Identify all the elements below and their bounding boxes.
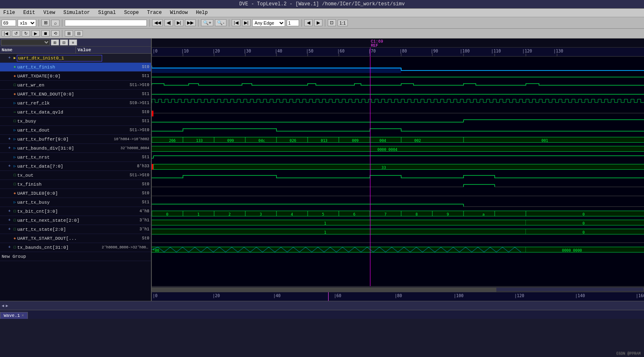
expand-icon[interactable]: +	[7, 218, 12, 223]
signal-list[interactable]: + ▶ uart_dtx_inist0_1 ● uart_tx_finish S…	[0, 54, 151, 301]
zoom-1-btn[interactable]: 1:1	[338, 20, 348, 26]
svg-text:|20: |20	[212, 49, 220, 54]
zoom-in-btn[interactable]: 🔍+	[201, 19, 213, 26]
signal-row-uart-tx-busy[interactable]: ▷ uart_tx_busy St1	[0, 198, 151, 207]
play-rev-btn[interactable]: ◀◀	[152, 19, 163, 26]
menu-trace[interactable]: Trace	[145, 9, 163, 16]
menu-simulator[interactable]: Simulator	[62, 9, 91, 16]
signal-row-idle[interactable]: ◈ UART_IDLE0[0:0] St0	[0, 189, 151, 198]
expand-icon[interactable]: +	[7, 146, 12, 150]
svg-text:0: 0	[166, 212, 168, 216]
collapse-all-btn[interactable]: ⊟	[60, 39, 68, 45]
menu-scope[interactable]: Scope	[122, 9, 140, 16]
expand-all-btn[interactable]: ⊞	[51, 39, 59, 45]
menu-view[interactable]: View	[42, 9, 57, 16]
svg-text:|0: |0	[153, 49, 158, 54]
snap-btn[interactable]: ⊟	[75, 30, 83, 36]
svg-rect-69	[152, 164, 153, 170]
expand-icon[interactable]: +	[7, 137, 12, 141]
signal-filter-select[interactable]	[1, 39, 50, 45]
panel-layout-btn[interactable]: ⊞	[65, 30, 73, 36]
scroll-thumb[interactable]	[152, 288, 496, 292]
sim-start-btn[interactable]: |◀	[2, 30, 10, 36]
signal-row-group[interactable]: + ▶ uart_dtx_inist0_1	[0, 54, 151, 63]
status-scroll-right[interactable]: ▶	[6, 303, 8, 308]
signal-row-state[interactable]: + □ uart_tx_state[2:0] 3'h1	[0, 225, 151, 234]
signal-row-tx-out[interactable]: □ tx_out St1->St0	[0, 171, 151, 180]
cursor-count-input[interactable]	[287, 20, 299, 26]
signal-value: 2'h0000_0000->32'h0000_0001	[102, 246, 151, 250]
signal-row-ref-clk[interactable]: ▷ uart_ref_clk St0->St1	[0, 99, 151, 108]
signal-search-input[interactable]	[65, 20, 147, 26]
icon-btn-search[interactable]: ⌕	[51, 20, 59, 26]
expand-icon[interactable]: +	[7, 56, 12, 60]
cursor-prev-btn[interactable]: ◀	[304, 19, 313, 26]
svg-text:|100: |100	[454, 293, 464, 298]
wave-scrollbar[interactable]	[152, 286, 644, 292]
title-text: DVE - TopLevel.2 - [Wave.1] /home/ICer/I…	[239, 1, 404, 7]
signal-value: St1->St0	[102, 173, 151, 177]
signal-row-tx-dout[interactable]: ▷ uart_tx_dout St1->St0	[0, 126, 151, 135]
signal-row-nrst[interactable]: ▷ uart_tx_nrst St1	[0, 153, 151, 162]
cursor-next-btn[interactable]: ▶	[314, 19, 322, 26]
menu-signal[interactable]: Signal	[96, 9, 117, 16]
sim-run-btn[interactable]: ▶	[32, 30, 40, 36]
signal-name: uart_tx_dout	[17, 128, 102, 133]
signal-name: uart_wr_en	[17, 83, 102, 88]
goto-start-btn[interactable]: |◀	[232, 19, 240, 26]
icon-btn-grid[interactable]: ⊞	[41, 19, 50, 26]
step-rev-btn[interactable]: ◀|	[164, 19, 173, 26]
svg-rect-39	[152, 137, 644, 143]
bus-icon: ▷	[12, 101, 17, 105]
play-fwd-btn[interactable]: ▶▶	[185, 19, 196, 26]
svg-rect-128	[526, 234, 644, 234]
wave-content[interactable]: 266 133 099 04c 026 013 009 004 002 001	[152, 57, 644, 286]
signal-value: St1	[102, 200, 151, 205]
sort-btn[interactable]: ≡	[69, 39, 77, 45]
signal-row-tx-finish2[interactable]: □ tx_finish St0	[0, 180, 151, 189]
signal-row-tx-busy[interactable]: □ tx_busy St1	[0, 117, 151, 126]
status-scroll-left[interactable]: ◀	[2, 303, 4, 308]
menu-help[interactable]: Help	[194, 9, 210, 16]
sim-reset-btn[interactable]: ⟲	[51, 30, 59, 36]
expand-icon[interactable]: +	[7, 227, 12, 232]
signal-row-tx-data[interactable]: + ▷ uart_tx_data[7:0] 8'h33	[0, 162, 151, 171]
sim-step-btn[interactable]: ↺	[12, 30, 20, 36]
sim-stop-btn[interactable]: ⏹	[41, 30, 50, 36]
signal-row-tx-buffer[interactable]: + ▷ uart_tx_buffer[9:0] 10'h004->10'h002	[0, 135, 151, 144]
svg-rect-119	[526, 225, 644, 225]
play-btn[interactable]: ▶|	[175, 19, 183, 26]
cursor-line-ruler	[370, 48, 370, 57]
signal-row-txdate[interactable]: ◈ UART_TXDATE[0:0] St1	[0, 72, 151, 81]
menu-file[interactable]: File	[2, 9, 17, 16]
time-unit-select[interactable]: x1sx1msx1usx1ns	[18, 19, 36, 27]
signal-row-next-state[interactable]: + □ uart_tx_next_state[2:0] 3'h1	[0, 216, 151, 225]
svg-rect-137	[526, 247, 644, 247]
signal-row-bit-cnt[interactable]: + □ tx_bit_cnt[3:0] 4'h8	[0, 207, 151, 216]
menu-window[interactable]: Window	[169, 9, 190, 16]
signal-row-wr-en[interactable]: □ uart_wr_en St1->St0	[0, 81, 151, 90]
edge-select[interactable]: Any EdgePos EdgeNeg Edge	[252, 19, 285, 27]
time-value-input[interactable]	[2, 20, 16, 26]
zoom-fit-btn[interactable]: ⊡	[328, 19, 336, 26]
tab-close-btn[interactable]: ×	[22, 314, 24, 318]
expand-icon[interactable]: +	[7, 209, 12, 214]
indent	[0, 64, 7, 70]
svg-rect-61	[152, 142, 644, 143]
sim-step2-btn[interactable]: ↻	[22, 30, 30, 36]
zoom-out-btn[interactable]: 🔍-	[215, 19, 226, 26]
goto-end-btn[interactable]: ▶|	[242, 19, 251, 26]
menu-edit[interactable]: Edit	[22, 9, 37, 16]
signal-row-baunds-cnt[interactable]: + □ tx_baunds_cnt[31:0] 2'h0000_0000->32…	[0, 243, 151, 252]
signal-row-tx-finish[interactable]: ● uart_tx_finish St0	[0, 63, 151, 72]
indent	[0, 208, 7, 214]
signal-row-tx-end[interactable]: ◈ UART_TX_END_DOUT[0:0] St1	[0, 90, 151, 99]
signal-row-start-dout[interactable]: ◈ UART_TX_START_DOUT[... St0	[0, 234, 151, 243]
signal-row-qvld[interactable]: — uart_tx_data_qvld St0	[0, 108, 151, 117]
expand-icon[interactable]: +	[7, 245, 12, 250]
signal-row-new-group[interactable]: New Group	[0, 252, 151, 261]
expand-icon[interactable]: +	[7, 164, 12, 168]
tab-wave1[interactable]: Wave.1 ×	[0, 312, 28, 319]
time-ruler[interactable]: |0 |10 |20 |30 |40 |50 |60 |70 |80 |90	[152, 48, 644, 57]
signal-row-baunds-div[interactable]: + ▷ uart_baunds_div[31:0] 32'h0000_0004	[0, 144, 151, 153]
